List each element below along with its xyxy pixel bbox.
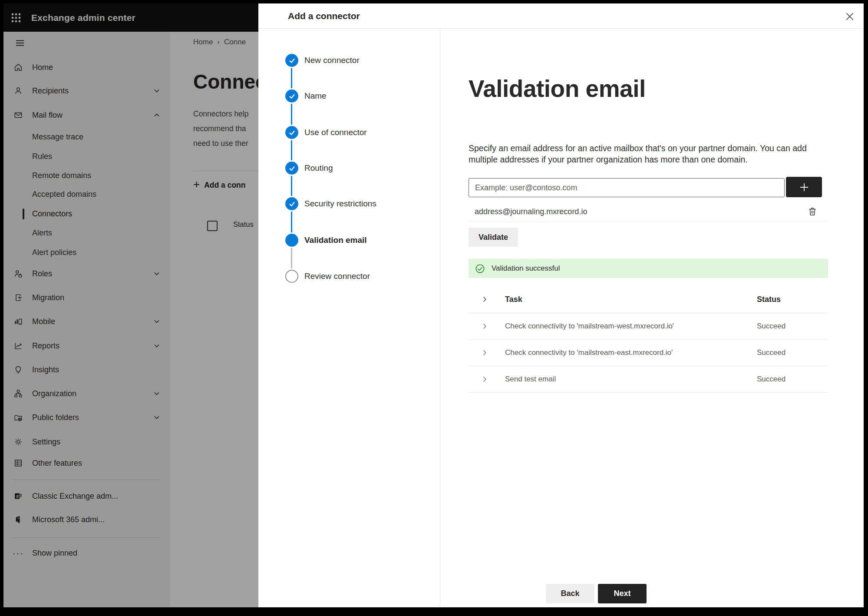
- step-connector-line: [291, 176, 292, 196]
- step-connector-line: [291, 212, 292, 232]
- step-label: Routing: [304, 163, 333, 173]
- table-row: Check connectivity to 'mailstream-east.m…: [469, 340, 828, 366]
- address-email: address@journaling.mxrecord.io: [475, 207, 587, 216]
- task-cell: Send test email: [505, 375, 757, 384]
- step-complete-icon: [285, 89, 298, 103]
- step-upcoming-icon: [285, 270, 298, 283]
- step-complete-icon: [285, 162, 298, 175]
- banner-text: Validation successful: [492, 264, 560, 273]
- wizard-divider: [440, 29, 440, 607]
- close-icon[interactable]: [843, 10, 857, 23]
- step-use-of-connector[interactable]: Use of connector: [285, 123, 367, 142]
- table-row: Check connectivity to 'mailstream-west.m…: [469, 313, 828, 340]
- back-button[interactable]: Back: [546, 584, 594, 603]
- delete-address-icon[interactable]: [806, 205, 819, 218]
- email-address-input[interactable]: [469, 178, 785, 197]
- step-complete-icon: [285, 197, 298, 210]
- success-check-icon: [475, 264, 485, 274]
- panel-header-divider: [258, 28, 864, 29]
- address-list-item: address@journaling.mxrecord.io: [469, 202, 828, 221]
- step-label: New connector: [304, 56, 360, 65]
- status-cell: Succeed: [757, 322, 828, 331]
- add-connector-panel: Add a connector New connector Name Use o…: [258, 3, 864, 607]
- expand-row-chevron-icon[interactable]: [481, 375, 488, 383]
- validation-results-table: Task Status Check connectivity to 'mails…: [469, 286, 828, 393]
- step-connector-line: [291, 140, 292, 160]
- step-current-icon: [285, 234, 298, 247]
- column-header-status: Status: [757, 295, 828, 304]
- validation-success-banner: Validation successful: [469, 259, 828, 278]
- step-name[interactable]: Name: [285, 86, 327, 106]
- table-header-row: Task Status: [469, 286, 828, 313]
- expand-row-chevron-icon[interactable]: [481, 349, 488, 357]
- status-cell: Succeed: [757, 348, 828, 357]
- step-label: Validation email: [304, 235, 367, 245]
- step-review-connector[interactable]: Review connector: [285, 267, 370, 286]
- step-complete-icon: [285, 126, 298, 139]
- step-connector-line: [291, 68, 292, 88]
- step-label: Name: [304, 91, 327, 101]
- step-label: Review connector: [304, 272, 370, 281]
- step-connector-line: [291, 248, 292, 268]
- step-connector-line: [291, 104, 292, 125]
- wizard-page-description: Specify an email address for an active m…: [469, 142, 812, 165]
- task-cell: Check connectivity to 'mailstream-east.m…: [505, 348, 757, 357]
- step-security-restrictions[interactable]: Security restrictions: [285, 194, 376, 213]
- step-label: Security restrictions: [304, 199, 376, 209]
- step-routing[interactable]: Routing: [285, 159, 333, 178]
- expand-all-chevron-icon[interactable]: [481, 295, 488, 303]
- step-complete-icon: [285, 54, 298, 67]
- divider: [469, 222, 828, 222]
- step-validation-email[interactable]: Validation email: [285, 231, 367, 250]
- step-new-connector[interactable]: New connector: [285, 51, 360, 70]
- status-cell: Succeed: [757, 375, 828, 384]
- modal-backdrop: [3, 3, 258, 607]
- column-header-task: Task: [505, 295, 757, 304]
- validate-button[interactable]: Validate: [469, 228, 518, 247]
- expand-row-chevron-icon[interactable]: [481, 322, 488, 330]
- add-email-button[interactable]: [786, 177, 822, 197]
- wizard-page-title: Validation email: [469, 75, 646, 103]
- step-label: Use of connector: [304, 128, 367, 137]
- screen: Exchange admin center Home Recipients: [3, 3, 864, 607]
- plus-icon: [798, 181, 810, 193]
- table-row: Send test email Succeed: [469, 366, 828, 393]
- task-cell: Check connectivity to 'mailstream-west.m…: [505, 322, 757, 331]
- panel-title: Add a connector: [288, 3, 360, 28]
- next-button[interactable]: Next: [598, 584, 647, 603]
